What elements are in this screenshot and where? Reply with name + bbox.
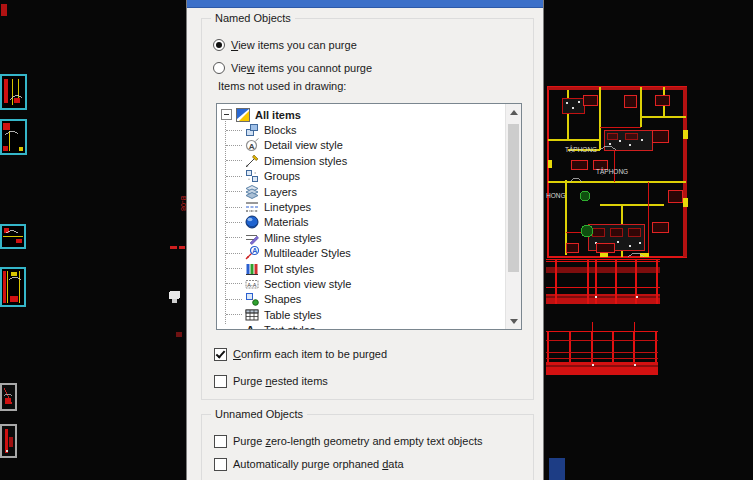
cad-thumbnail-1	[1, 75, 26, 109]
items-tree-listbox[interactable]: All items Blocks Detail view style Dimen…	[216, 103, 522, 330]
dialog-titlebar[interactable]	[187, 0, 543, 8]
checkbox-label: Confirm each item to be purged	[233, 348, 387, 360]
cad-thumbnail-6	[1, 425, 16, 457]
cad-thumbnail-2	[1, 120, 26, 154]
cad-fragment	[179, 246, 185, 249]
layers-icon	[244, 184, 260, 200]
chevron-up-icon	[510, 110, 518, 115]
detail-view-icon	[244, 137, 260, 153]
groups-icon	[244, 168, 260, 184]
tree-branch-line	[226, 160, 242, 161]
checkbox-indicator	[214, 348, 227, 361]
group-label: Named Objects	[211, 12, 295, 24]
checkbox-indicator	[214, 458, 227, 471]
cad-fragment	[170, 246, 177, 249]
checkbox-purge-nested[interactable]: Purge nested items	[214, 374, 328, 388]
vertical-scrollbar[interactable]	[505, 104, 521, 329]
tree-item-table-styles[interactable]: Table styles	[220, 307, 505, 322]
section-view-icon	[244, 276, 260, 292]
tree-branch-line	[226, 130, 242, 131]
checkbox-purge-zero-length[interactable]: Purge zero-length geometry and empty tex…	[214, 434, 482, 448]
tree-item-dimension-styles[interactable]: Dimension styles	[220, 153, 505, 168]
tree-branch-line	[226, 176, 242, 177]
tree-item-text-styles[interactable]: Text styles	[220, 322, 505, 330]
cad-fragment	[1, 4, 7, 16]
cad-fragment	[176, 332, 182, 337]
cad-thumbnail-3	[1, 225, 25, 248]
text-icon	[244, 322, 260, 330]
group-label: Unnamed Objects	[211, 408, 307, 420]
dwg-file-icon	[235, 107, 251, 123]
blocks-icon	[244, 122, 260, 138]
plot-icon	[244, 261, 260, 277]
tree-item-plot-styles[interactable]: Plot styles	[220, 261, 505, 276]
scroll-up-button[interactable]	[506, 104, 521, 120]
radio-view-purgeable[interactable]: View items you can purge	[213, 38, 357, 52]
items-tree: All items Blocks Detail view style Dimen…	[217, 104, 505, 329]
materials-icon	[244, 214, 260, 230]
radio-view-unpurgeable[interactable]: View items you cannot purge	[213, 61, 372, 75]
tree-collapse-toggle[interactable]	[221, 109, 232, 120]
tree-item-multileader-styles[interactable]: Multileader Styles	[220, 246, 505, 261]
table-icon	[244, 307, 260, 323]
tree-branch-line	[226, 314, 242, 315]
tree-item-materials[interactable]: Materials	[220, 215, 505, 230]
cad-thumbnail-5	[1, 384, 16, 410]
checkbox-label: Purge nested items	[233, 375, 328, 387]
tree-branch-line	[226, 268, 242, 269]
cad-thumbnail-4	[1, 268, 25, 306]
minus-icon	[224, 114, 229, 115]
checkbox-label: Automatically purge orphaned data	[233, 458, 404, 470]
tree-item-all-items[interactable]: All items	[220, 107, 505, 122]
radio-indicator	[213, 62, 225, 74]
mline-icon	[244, 230, 260, 246]
tree-branch-line	[226, 299, 242, 300]
radio-indicator	[213, 39, 225, 51]
tree-branch-line	[226, 237, 242, 238]
tree-branch-line	[226, 145, 242, 146]
tree-branch-line	[226, 222, 242, 223]
tree-caption: Items not used in drawing:	[218, 80, 346, 92]
tree-item-mline-styles[interactable]: Mline styles	[220, 230, 505, 245]
mleader-icon	[244, 245, 260, 261]
scrollbar-thumb[interactable]	[508, 124, 519, 272]
tree-item-detail-view-style[interactable]: Detail view style	[220, 138, 505, 153]
tree-item-layers[interactable]: Layers	[220, 184, 505, 199]
radio-label: View items you cannot purge	[231, 62, 372, 74]
tree-item-shapes[interactable]: Shapes	[220, 292, 505, 307]
autocad-window: B-08	[0, 0, 753, 480]
tree-item-linetypes[interactable]: Linetypes	[220, 199, 505, 214]
tree-item-section-view-style[interactable]: Section view style	[220, 276, 505, 291]
background-window-fragment	[549, 458, 565, 480]
shapes-icon	[244, 291, 260, 307]
radio-label: View items you can purge	[231, 39, 357, 51]
room-label: TẬPHONG	[596, 167, 628, 175]
room-label: TẬPHONG	[565, 145, 597, 153]
purge-dialog: Named Objects View items you can purge V…	[186, 0, 544, 480]
room-label: HONG	[546, 192, 566, 199]
tree-branch-line	[226, 253, 242, 254]
tree-item-groups[interactable]: Groups	[220, 169, 505, 184]
chevron-down-icon	[510, 319, 518, 324]
linetypes-icon	[244, 199, 260, 215]
tree-branch-line	[226, 207, 242, 208]
tree-branch-line	[226, 283, 242, 284]
checkbox-auto-purge-orphaned[interactable]: Automatically purge orphaned data	[214, 457, 404, 471]
tree-branch-line	[226, 191, 242, 192]
dimension-icon	[244, 153, 260, 169]
checkbox-indicator	[214, 435, 227, 448]
checkbox-label: Purge zero-length geometry and empty tex…	[233, 435, 482, 447]
scroll-down-button[interactable]	[506, 313, 521, 329]
checkbox-indicator	[214, 375, 227, 388]
tree-item-blocks[interactable]: Blocks	[220, 122, 505, 137]
checkbox-confirm-purge[interactable]: Confirm each item to be purged	[214, 347, 387, 361]
